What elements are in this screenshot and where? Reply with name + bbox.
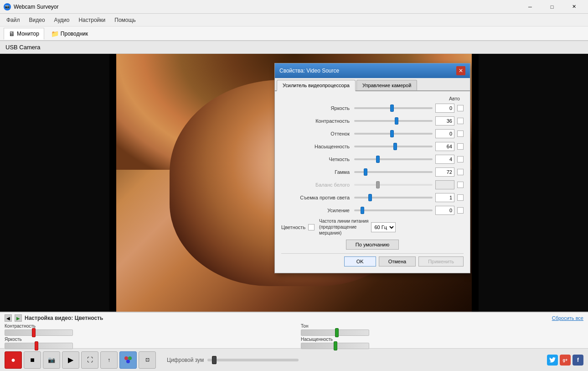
brightness-slider-thumb[interactable] [390,105,394,112]
hue-slider-track[interactable] [354,133,433,135]
gain-auto-checkbox[interactable] [457,207,464,214]
zoom-slider-track[interactable] [207,359,299,361]
gamma-auto-checkbox[interactable] [457,169,464,175]
saturation-slider-thumb[interactable] [393,143,397,150]
twitter-button[interactable] [547,355,558,366]
freq-select[interactable]: 60 Гц [371,222,396,232]
sharpness-label: Четкость [281,157,354,162]
titlebar-controls: ─ □ ✕ [520,0,584,14]
dialog-tabs: Усилитель видеопроцессора Управление кам… [275,78,470,91]
contrast-row: Контрастность 36 [281,116,464,126]
sharpness-slider-container [354,155,433,164]
prev-mode-button[interactable]: ◀ [5,314,12,322]
snapshot-button[interactable]: 📷 [43,351,60,369]
contrast-auto-checkbox[interactable] [457,118,464,124]
gain-slider-track[interactable] [354,209,433,211]
bottom-brightness-track[interactable] [5,343,73,349]
sharpness-auto-checkbox[interactable] [457,156,464,162]
facebook-button[interactable]: f [573,355,583,366]
brightness-auto-checkbox[interactable] [457,105,464,111]
menu-settings[interactable]: Настройки [74,15,110,25]
dialog-tab-amplifier[interactable]: Усилитель видеопроцессора [277,80,356,91]
dialog-auto-header: Авто [281,96,464,101]
stop-button[interactable]: ■ [24,351,41,369]
zoom-area: Цифровой зум [167,357,299,363]
menu-audio[interactable]: Аудио [50,15,74,25]
bottom-controls: ◀ ▶ Настройка видео: Цветность Сбросить … [0,312,588,348]
record-button[interactable]: ● [5,351,22,369]
dialog-titlebar: Свойства: Video Source ✕ [275,63,470,78]
menu-file[interactable]: Файл [2,15,25,25]
minimize-button[interactable]: ─ [520,0,541,14]
gain-value[interactable]: 0 [435,206,454,215]
app-title: Webcam Surveyor [14,4,58,10]
backlight-slider-track[interactable] [354,197,433,199]
gamma-slider-thumb[interactable] [364,168,367,176]
bottom-contrast-track[interactable] [5,329,73,336]
tab-monitor[interactable]: 🖥 Монитор [4,28,44,40]
brightness-value[interactable]: 0 [435,104,454,113]
apply-button[interactable]: Применить [418,256,464,266]
gamma-slider-container [354,167,433,177]
white-balance-label: Баланс белого [281,182,354,188]
video-left-blackout [0,54,109,312]
bottom-brightness-thumb[interactable] [35,341,38,350]
white-balance-auto-checkbox[interactable] [457,182,464,188]
bottom-saturation-thumb[interactable] [334,341,337,350]
backlight-auto-checkbox[interactable] [457,194,464,201]
menu-video[interactable]: Видео [25,15,50,25]
cancel-button[interactable]: Отмена [379,256,416,266]
bottom-saturation-track[interactable] [301,343,369,349]
svg-point-2 [126,360,130,363]
gamma-slider-track[interactable] [354,171,433,173]
color-settings-button[interactable] [119,351,137,369]
dialog-tab-camera-ctrl[interactable]: Управление камерой [356,80,417,90]
ok-button[interactable]: OK [344,256,376,266]
play-button[interactable]: ▶ [62,351,79,369]
reset-all-button[interactable]: Сбросить все [552,315,583,321]
gain-row: Усиление 0 [281,205,464,215]
backlight-value[interactable]: 1 [435,193,454,202]
bottom-tone-track[interactable] [301,329,369,336]
sharpness-slider-thumb[interactable] [376,156,380,163]
gamma-value[interactable]: 72 [435,167,454,177]
zoom-fit-button[interactable]: ⊡ [139,351,156,369]
bottom-contrast-thumb[interactable] [32,328,36,337]
close-button[interactable]: ✕ [563,0,584,14]
contrast-slider-thumb[interactable] [395,117,398,125]
next-mode-button[interactable]: ▶ [15,314,22,322]
saturation-slider-track[interactable] [354,146,433,147]
color-checkbox[interactable] [308,224,315,230]
hue-slider-thumb[interactable] [390,130,394,137]
gain-slider-thumb[interactable] [361,207,364,214]
zoom-slider-thumb[interactable] [212,356,217,364]
bottom-tone-thumb[interactable] [335,328,339,337]
white-balance-value [435,180,454,189]
default-button[interactable]: По умолчанию [346,240,399,250]
contrast-slider-track[interactable] [354,120,433,122]
sharpness-value[interactable]: 4 [435,155,454,164]
hue-auto-checkbox[interactable] [457,131,464,137]
googleplus-button[interactable]: g+ [560,355,571,366]
backlight-slider-thumb[interactable] [368,194,372,201]
dialog-body: Авто Яркость 0 [275,91,470,273]
camera-label: USB Camera [0,41,588,54]
app-toolbar: ● ■ 📷 ▶ ⛶ ↑ ⊡ Цифровой зум g+ f [0,348,588,371]
tab-explorer[interactable]: 📁 Проводник [46,28,93,39]
hue-value[interactable]: 0 [435,129,454,138]
titlebar-left: 📷 Webcam Surveyor [4,3,58,10]
brightness-slider-track[interactable] [354,107,433,109]
hue-row: Оттенок 0 [281,129,464,139]
saturation-value[interactable]: 64 [435,142,454,151]
gplus-label: g+ [563,358,568,362]
white-balance-slider-thumb [376,181,380,188]
fullscreen-button[interactable]: ⛶ [81,351,98,369]
maximize-button[interactable]: □ [542,0,562,14]
dialog-close-button[interactable]: ✕ [456,66,465,75]
menu-help[interactable]: Помощь [110,15,140,25]
sharpness-slider-track[interactable] [354,158,433,160]
upload-button[interactable]: ↑ [100,351,118,369]
saturation-auto-checkbox[interactable] [457,143,464,150]
contrast-value[interactable]: 36 [435,116,454,125]
bottom-tone-row: Тон [301,324,583,336]
